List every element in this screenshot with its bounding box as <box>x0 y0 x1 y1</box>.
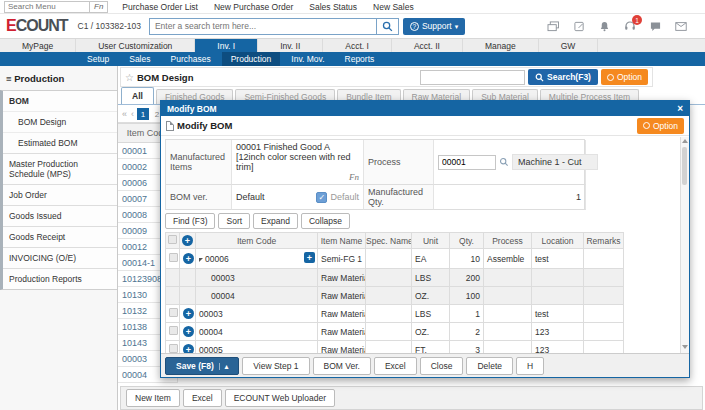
fn-key-label: Fn <box>349 172 359 182</box>
modal-footer-button[interactable]: Close <box>420 357 464 375</box>
footer-button[interactable]: ECOUNT Web Uploader <box>225 389 335 407</box>
chat-icon[interactable] <box>650 21 661 32</box>
toolbar-button[interactable]: Find (F3) <box>165 213 215 229</box>
add-row-icon[interactable]: + <box>183 308 194 319</box>
page-number[interactable]: 1 <box>137 108 149 120</box>
header-icons: 1 <box>547 20 699 32</box>
mail-icon[interactable] <box>675 22 687 31</box>
bom-ver-value[interactable]: Default <box>236 192 316 202</box>
main-tab[interactable]: Inv. I <box>195 39 258 52</box>
windows-icon[interactable] <box>547 21 560 32</box>
support-button[interactable]: Support <box>403 18 465 35</box>
utility-link[interactable]: Purchase Order List <box>122 2 198 12</box>
add-row-icon[interactable]: + <box>182 235 193 246</box>
footer-button[interactable]: Excel <box>183 389 222 407</box>
modal-footer-button[interactable]: View Step 1 <box>242 357 309 375</box>
lookup-icon[interactable] <box>499 157 509 167</box>
close-icon[interactable]: × <box>677 104 683 114</box>
bom-table-row[interactable]: + 00003+ Raw Material 1 LBS 200 <box>166 269 624 287</box>
main-tab[interactable]: Inv. II <box>258 39 323 52</box>
modal-footer-button[interactable]: BOM Ver. <box>313 357 371 375</box>
select-all-checkbox[interactable] <box>168 235 177 244</box>
main-tab[interactable]: Acct. II <box>392 39 463 52</box>
page-titlebar: BOM Design Search(F3) Option <box>120 67 653 87</box>
scroll-down-icon[interactable] <box>682 345 688 349</box>
toolbar-button[interactable]: Sort <box>218 213 250 229</box>
global-search-input[interactable] <box>149 18 377 35</box>
sub-nav-item[interactable]: Inv. Mov. <box>282 52 333 66</box>
bom-table-row[interactable]: + 00003+ Raw Material 1 LBS 1 test <box>166 305 624 323</box>
bom-table-row[interactable]: + 00004+ Raw Material 2 OZ. 100 <box>166 287 624 305</box>
toolbar-button[interactable]: Expand <box>253 213 298 229</box>
bell-icon[interactable] <box>599 21 610 32</box>
sub-nav-item[interactable]: Setup <box>78 52 118 66</box>
item-lookup-icon[interactable]: + <box>304 252 315 263</box>
favorite-star-icon[interactable] <box>125 72 134 83</box>
row-checkbox[interactable] <box>169 308 178 317</box>
sub-nav-item[interactable]: Sales <box>120 52 159 66</box>
document-icon <box>166 121 174 131</box>
scroll-thumb[interactable] <box>682 147 687 185</box>
modal-footer-button[interactable]: Excel <box>374 357 417 375</box>
ecount-logo[interactable]: ECOUNT <box>6 17 68 35</box>
default-checkbox-label: Default <box>330 192 359 202</box>
sidebar-item[interactable]: Estimated BOM <box>3 132 117 153</box>
headset-icon[interactable]: 1 <box>624 20 636 32</box>
sidebar-item[interactable]: Production Reports <box>3 268 117 289</box>
row-checkbox[interactable] <box>169 253 178 262</box>
modal-titlebar[interactable]: Modify BOM × <box>161 101 689 116</box>
sidebar-item[interactable]: BOM <box>3 91 117 111</box>
modal-footer-button[interactable]: Delete <box>466 357 513 375</box>
row-checkbox[interactable] <box>169 326 178 335</box>
main-tab[interactable]: MyPage <box>0 39 76 52</box>
option-button[interactable]: Option <box>601 69 648 85</box>
main-tabs: MyPageUser CustomizationInv. IInv. IIAcc… <box>0 38 705 52</box>
manufactured-qty-value[interactable]: 1 <box>434 185 586 210</box>
main-tab[interactable]: Manage <box>463 39 539 52</box>
bom-ver-field: Default Default <box>232 185 364 210</box>
bom-table-row[interactable]: + 00004+ Raw Material 2 OZ. 2 123 <box>166 323 624 341</box>
category-tab[interactable]: All <box>121 87 154 104</box>
main-tab[interactable]: GW <box>539 39 599 52</box>
bom-table-row[interactable]: + 00006+ Semi-FG 1 EA 10 Assemble test <box>166 249 624 269</box>
sub-nav-item[interactable]: Purchases <box>161 52 219 66</box>
sidebar-item[interactable]: INVOICING (O/E) <box>3 247 117 268</box>
bom-search-input[interactable] <box>420 70 525 85</box>
modal-scrollbar[interactable] <box>680 137 689 353</box>
modal-option-button[interactable]: Option <box>637 118 684 134</box>
memo-icon[interactable] <box>574 21 585 32</box>
app-header: ECOUNT C1 / 103382-103 Support 1 <box>0 14 705 38</box>
scroll-up-icon[interactable] <box>682 139 688 143</box>
add-row-icon[interactable]: + <box>183 253 194 264</box>
manufactured-items-value[interactable]: 00001 Finished Good A [12inch color scre… <box>232 140 364 185</box>
search-icon[interactable] <box>377 18 399 35</box>
utility-link[interactable]: New Purchase Order <box>214 2 293 12</box>
modal-footer-button[interactable]: H <box>516 357 544 375</box>
default-checkbox[interactable] <box>316 192 327 203</box>
utility-link[interactable]: New Sales <box>373 2 414 12</box>
row-checkbox[interactable] <box>169 344 178 353</box>
footer-button[interactable]: New Item <box>126 389 180 407</box>
prev-page-button[interactable]: ‹ <box>130 109 135 119</box>
modal-footer-button[interactable]: Save (F8)▴ <box>165 357 239 375</box>
bom-head-row: + Item CodeItem NameSpec. NameUnitQty.Pr… <box>166 233 624 249</box>
sub-nav-item[interactable]: Production <box>222 52 281 66</box>
toolbar-button[interactable]: Collapse <box>301 213 350 229</box>
menu-search-input[interactable] <box>4 1 90 13</box>
first-page-button[interactable]: « <box>121 109 128 119</box>
utility-link[interactable]: Sales Status <box>309 2 357 12</box>
sub-nav-item[interactable]: Reports <box>336 52 384 66</box>
app-window: Fn Purchase Order ListNew Purchase Order… <box>0 0 705 410</box>
sidebar-title[interactable]: Production <box>0 66 117 90</box>
modify-bom-modal: Modify BOM × Modify BOM Option Manufactu… <box>160 100 690 378</box>
sidebar-item[interactable]: Goods Issued <box>3 205 117 226</box>
main-tab[interactable]: User Customization <box>76 39 195 52</box>
sidebar-item[interactable]: BOM Design <box>3 111 117 132</box>
main-tab[interactable]: Acct. I <box>323 39 392 52</box>
add-row-icon[interactable]: + <box>183 326 194 337</box>
sidebar-item[interactable]: Master Production Schedule (MPS) <box>3 153 117 184</box>
sidebar-item[interactable]: Job Order <box>3 184 117 205</box>
process-code-input[interactable] <box>438 155 496 170</box>
search-f3-button[interactable]: Search(F3) <box>528 69 598 85</box>
sidebar-item[interactable]: Goods Receipt <box>3 226 117 247</box>
